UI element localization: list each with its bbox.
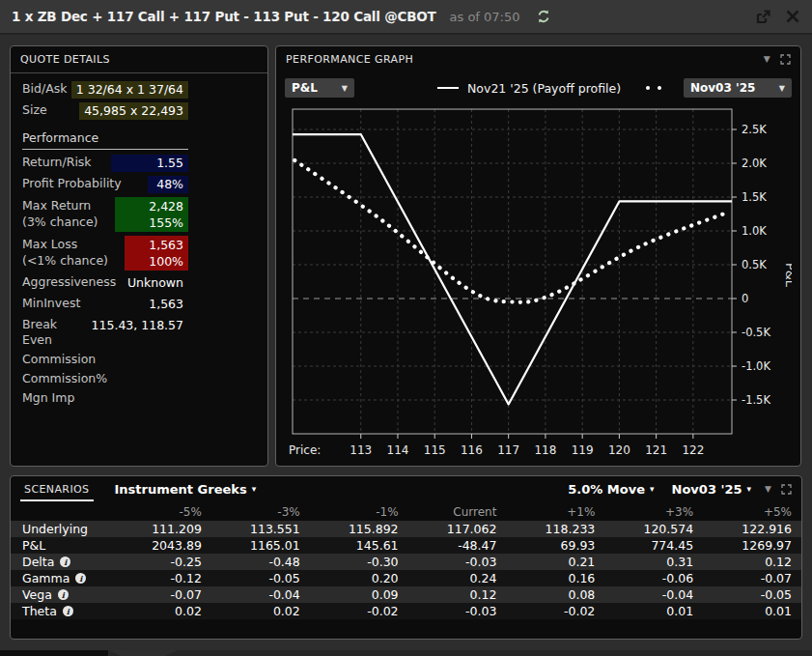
scenario-value-cell: 111.209 bbox=[113, 522, 211, 536]
expand-icon[interactable] bbox=[780, 54, 791, 65]
scenario-value-cell: 0.02 bbox=[211, 604, 310, 618]
quote-details-header: QUOTE DETAILS bbox=[11, 46, 267, 73]
move-selector[interactable]: 5.0% Move ▾ bbox=[568, 482, 654, 497]
chevron-down-icon[interactable]: ▼ bbox=[764, 54, 770, 64]
bottom-edge-notch bbox=[108, 650, 178, 656]
chevron-down-icon: ▾ bbox=[650, 484, 655, 494]
graph-date-selector[interactable]: Nov03 '25 ▼ bbox=[684, 78, 792, 98]
tab-scenarios[interactable]: SCENARIOS bbox=[20, 476, 94, 501]
window-title: 1 x ZB Dec + 117 Call + 117 Put - 113 Pu… bbox=[12, 9, 436, 24]
scenario-value-cell: 145.61 bbox=[310, 538, 408, 553]
y-tick-label: -1.5K bbox=[742, 393, 770, 407]
strategy-performance-window: 1 x ZB Dec + 117 Call + 117 Put - 113 Pu… bbox=[0, 0, 812, 656]
scenario-value-cell: 774.45 bbox=[604, 538, 703, 553]
scenario-value-cell: -0.03 bbox=[408, 604, 507, 618]
quote-row-label: Max Return(3% chance) bbox=[22, 197, 115, 230]
quote-row-value bbox=[179, 390, 188, 392]
quote-row-label: MinInvest bbox=[22, 296, 144, 311]
info-icon[interactable]: i bbox=[60, 556, 70, 567]
scenarios-header: SCENARIOS Instrument Greeks ▾ 5.0% Move … bbox=[11, 476, 801, 501]
scenario-value-cell: 117.062 bbox=[408, 522, 507, 536]
scenario-value-cell: -0.06 bbox=[604, 571, 703, 585]
scenarios-header-right: 5.0% Move ▾ Nov03 '25 ▾ ▼ bbox=[550, 482, 792, 497]
scenario-pl-dotted-line bbox=[294, 160, 727, 302]
scenario-value-cell: 1165.01 bbox=[211, 538, 310, 553]
refresh-icon[interactable] bbox=[536, 9, 551, 24]
price-axis-label: Price: bbox=[289, 443, 321, 457]
scenario-value-cell: 0.31 bbox=[604, 555, 703, 569]
scenarios-tab-label: SCENARIOS bbox=[24, 483, 90, 496]
chevron-down-icon: ▼ bbox=[342, 84, 348, 93]
info-icon[interactable]: i bbox=[58, 589, 69, 600]
scenario-value-cell: 0.12 bbox=[703, 555, 801, 569]
quote-row-value bbox=[179, 352, 188, 354]
as-of-timestamp: as of 07:50 bbox=[450, 10, 520, 24]
scenario-column-header: -1% bbox=[310, 505, 408, 519]
chevron-down-icon[interactable]: ▼ bbox=[765, 484, 771, 494]
quote-row-label: Commission bbox=[22, 352, 179, 367]
x-tick-label: 120 bbox=[608, 443, 630, 457]
scenario-value-cell: -0.03 bbox=[408, 555, 507, 569]
greeks-selector-value: Instrument Greeks bbox=[115, 482, 247, 497]
scenario-value-cell: -0.04 bbox=[211, 587, 310, 602]
pl-axis-label: P&L bbox=[783, 263, 792, 288]
quote-row: Max Return(3% chance)2,428155% bbox=[11, 195, 267, 234]
quote-row: Commission% bbox=[11, 369, 267, 388]
y-tick-label: 0 bbox=[742, 292, 748, 305]
scenario-value-cell: -0.07 bbox=[703, 571, 801, 585]
info-icon[interactable]: i bbox=[75, 573, 86, 584]
scenario-value-cell: 0.21 bbox=[506, 555, 604, 569]
title-bar: 1 x ZB Dec + 117 Call + 117 Put - 113 Pu… bbox=[0, 0, 812, 35]
scenario-column-header: -3% bbox=[211, 505, 310, 519]
info-icon[interactable]: i bbox=[63, 606, 73, 616]
y-tick-label: 2.0K bbox=[742, 157, 767, 170]
scenario-value-cell: 0.16 bbox=[506, 571, 604, 585]
scenario-value-cell: -0.25 bbox=[113, 555, 211, 569]
expand-icon[interactable] bbox=[781, 484, 792, 495]
scenario-value-cell: 0.09 bbox=[310, 587, 408, 602]
scenario-row-label: Underlying bbox=[11, 522, 113, 536]
bottom-edge bbox=[0, 650, 812, 656]
scenarios-panel: SCENARIOS Instrument Greeks ▾ 5.0% Move … bbox=[10, 475, 802, 640]
payoff-legend-label: Nov21 '25 (Payoff profile) bbox=[467, 81, 621, 96]
greeks-selector[interactable]: Instrument Greeks ▾ bbox=[115, 482, 257, 497]
scenarios-date-value: Nov03 '25 bbox=[672, 482, 742, 497]
dotted-line-swatch bbox=[646, 86, 661, 90]
performance-graph-header: PERFORMANCE GRAPH ▼ bbox=[276, 46, 800, 71]
pl-selector[interactable]: P&L ▼ bbox=[285, 78, 354, 98]
scenario-value-cell: -0.07 bbox=[113, 587, 211, 602]
x-tick-label: 122 bbox=[682, 443, 704, 457]
scenario-column-header: +1% bbox=[506, 505, 604, 519]
scenario-value-cell: 0.12 bbox=[408, 587, 507, 602]
scenario-row-label: Gammai bbox=[11, 571, 113, 585]
pop-out-icon[interactable] bbox=[755, 9, 771, 25]
quote-row: Commission bbox=[11, 350, 267, 369]
y-tick-label: 1.5K bbox=[742, 190, 767, 204]
quote-row: MinInvest1,563 bbox=[11, 294, 267, 315]
scenario-value-cell: -0.04 bbox=[604, 587, 703, 602]
chart-legend: Nov21 '25 (Payoff profile) bbox=[437, 81, 661, 96]
scenario-value-cell: -0.05 bbox=[211, 571, 310, 585]
quote-row-value: 1.55 bbox=[111, 155, 188, 172]
plot-border bbox=[293, 109, 732, 434]
x-tick-label: 115 bbox=[424, 443, 446, 457]
payoff-chart[interactable]: 2.5K2.0K1.5K1.0K0.5K0-0.5K-1.0K-1.5K1131… bbox=[285, 105, 792, 465]
quote-row-value bbox=[179, 371, 188, 373]
quote-row: Max Loss(<1% chance)1,563100% bbox=[11, 234, 267, 272]
close-icon[interactable] bbox=[785, 9, 800, 24]
y-tick-label: 2.5K bbox=[742, 123, 767, 136]
quote-row-label: Break Even bbox=[22, 317, 87, 348]
scenario-column-header: -5% bbox=[113, 505, 211, 519]
scenario-value-cell: 0.02 bbox=[113, 604, 211, 618]
scenario-value-cell: 0.01 bbox=[604, 604, 703, 618]
quote-row-label: Return/Risk bbox=[22, 155, 111, 170]
payoff-line-swatch bbox=[437, 87, 459, 89]
pl-selector-value: P&L bbox=[292, 81, 318, 95]
x-tick-label: 113 bbox=[350, 443, 372, 457]
x-tick-label: 116 bbox=[461, 443, 483, 457]
performance-graph-title: PERFORMANCE GRAPH bbox=[286, 53, 413, 66]
scenario-value-cell: 115.892 bbox=[310, 522, 408, 536]
quote-row: AggressivenessUnknown bbox=[11, 272, 267, 294]
scenarios-date-selector[interactable]: Nov03 '25 ▾ bbox=[672, 482, 752, 497]
scenario-value-cell: 0.08 bbox=[506, 587, 604, 602]
